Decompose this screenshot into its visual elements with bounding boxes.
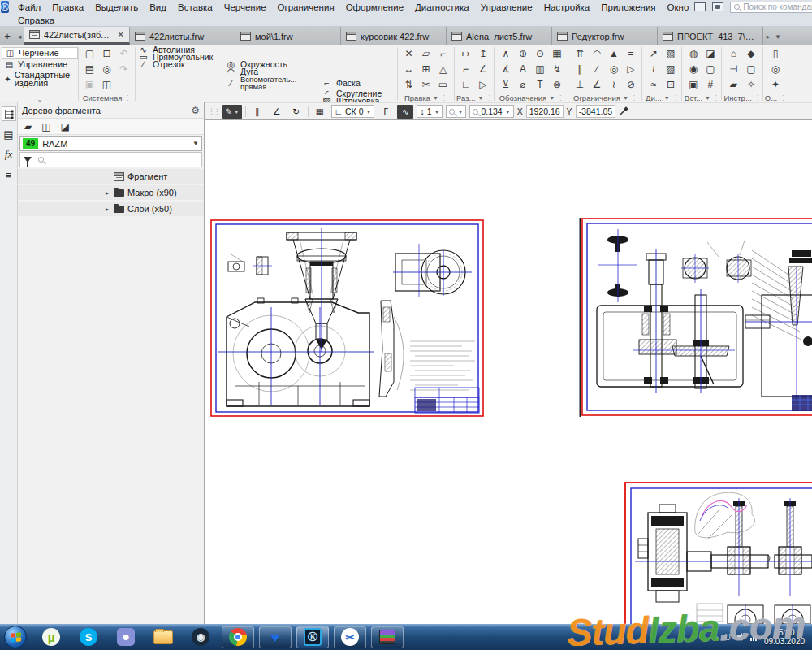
section-caret-icon[interactable]: ▼ [664, 95, 670, 101]
tool-icon[interactable]: ✂ [417, 77, 434, 91]
menu-diagnostics[interactable]: Диагностика [409, 2, 475, 13]
snap-settings-button[interactable]: ✎▼ [222, 105, 242, 119]
tray-language-indicator[interactable]: U [725, 633, 731, 642]
tool-icon[interactable]: A [514, 62, 531, 76]
menu-select[interactable]: Выделить [89, 2, 144, 13]
new-tab-button[interactable]: + [0, 27, 15, 46]
section-caret-icon[interactable]: ▼ [549, 95, 555, 101]
new-window-icon[interactable] [694, 2, 706, 11]
taskbar-winrar[interactable] [371, 626, 404, 648]
zoom-factor-combo[interactable]: 0.134▼ [469, 105, 513, 118]
tree-search-icon[interactable] [38, 157, 44, 162]
snaps-toggle-button[interactable]: ∿ [397, 105, 413, 119]
tool-icon[interactable]: ◍ [685, 47, 702, 61]
taskbar-kompas-active[interactable]: Ⓚ [296, 626, 329, 648]
image-tool-icon[interactable]: ◪ [61, 121, 70, 132]
tool-icon[interactable]: ▷ [622, 62, 639, 76]
command-search-input[interactable]: Поиск по командам (Alt+/) [730, 2, 812, 13]
parameters-panel-icon[interactable]: ▤ [2, 127, 16, 141]
tool-icon[interactable]: ⌐ [434, 47, 451, 61]
tool-icon[interactable]: ↗ [645, 47, 662, 61]
tool-icon[interactable]: = [622, 47, 639, 61]
tool-icon[interactable]: # [702, 77, 719, 91]
y-coordinate-field[interactable]: -3841.05 [576, 105, 615, 118]
section-grip-icon[interactable]: ⋮ [780, 94, 786, 102]
menu-edit[interactable]: Правка [46, 2, 89, 13]
tool-icon[interactable]: ⊥ [571, 77, 588, 91]
scale-combo[interactable]: ↕1▼ [417, 105, 443, 118]
tool-icon[interactable]: ✦ [767, 77, 784, 91]
tool-icon[interactable]: ∡ [497, 62, 514, 76]
rounding-button[interactable]: ↻ [288, 105, 304, 119]
tab-proekt-413-7[interactable]: ПРОЕКТ_413_7\1.frw [658, 27, 763, 46]
tab-kursovik-422[interactable]: курсовик 422.frw [341, 27, 447, 46]
tool-icon[interactable]: ⊙ [531, 47, 548, 61]
taskbar-discord[interactable]: ☻ [110, 626, 142, 648]
tool-icon[interactable]: ∧ [497, 47, 514, 61]
menu-drawing[interactable]: Черчение [218, 2, 272, 13]
variables-panel-icon[interactable]: fx [2, 147, 16, 162]
tab-close-icon[interactable]: ✕ [116, 30, 124, 39]
tool-icon[interactable]: ◫ [98, 77, 115, 91]
tree-panel-icon[interactable] [2, 106, 16, 121]
section-grip-icon[interactable]: ⋮ [557, 94, 564, 102]
expand-arrow-icon[interactable]: ▸ [104, 189, 110, 197]
start-button[interactable] [4, 626, 27, 648]
section-grip-icon[interactable]: ⋮ [441, 94, 447, 102]
tool-icon[interactable]: ↔ [400, 62, 417, 76]
x-coordinate-field[interactable]: 1920.16 [526, 105, 564, 118]
tool-icon[interactable]: ◎ [98, 62, 115, 76]
drawing-canvas[interactable] [205, 120, 812, 624]
mode-drawing[interactable]: ◫Черчение [2, 47, 78, 59]
tool-icon[interactable]: ↷ [115, 62, 132, 76]
tool-icon[interactable]: ▨ [662, 62, 679, 76]
menu-window[interactable]: Окно [662, 2, 695, 13]
tool-icon[interactable]: ↥ [474, 47, 491, 61]
tool-icon[interactable]: △ [434, 62, 451, 76]
tool-icon[interactable]: ▦ [548, 47, 565, 61]
tool-icon[interactable]: ▰ [725, 77, 742, 91]
menu-applications[interactable]: Приложения [595, 2, 661, 13]
tool-icon[interactable]: ⊕ [514, 47, 531, 61]
taskbar-chrome[interactable] [222, 626, 254, 648]
tray-network-icon[interactable] [750, 633, 758, 641]
menu-help[interactable]: Справка [12, 15, 60, 26]
tool-icon[interactable]: ⊗ [548, 77, 565, 91]
tool-icon[interactable]: ⌐ [457, 62, 474, 76]
menu-view[interactable]: Вид [144, 2, 172, 13]
menu-file[interactable]: Файл [12, 2, 46, 13]
tool-icon[interactable]: ◪ [702, 47, 719, 61]
layers-menu-icon[interactable]: ≡ [2, 167, 16, 182]
tool-icon[interactable]: ◆ [742, 47, 759, 61]
scroll-tabs-right-button[interactable]: ▸ [763, 27, 773, 46]
tool-icon[interactable]: ⇅ [400, 77, 417, 91]
modes-collapse-chevron-icon[interactable]: ⌄ [2, 96, 78, 102]
taskbar-skype[interactable]: S [72, 626, 105, 648]
taskbar-utorrent[interactable]: µ [35, 626, 67, 648]
tool-icon[interactable]: ◎ [767, 62, 784, 76]
section-grip-icon[interactable]: ⋮ [754, 94, 761, 102]
tool-segment[interactable]: ∕Отрезок [137, 61, 225, 68]
mode-management[interactable]: ▤Управление [2, 59, 78, 70]
tool-icon[interactable]: ≀ [645, 62, 662, 76]
tool-icon[interactable]: ⌀ [514, 77, 531, 91]
mode-standard-parts[interactable]: ✦Стандартные изделия [2, 70, 78, 88]
tool-icon[interactable]: ▱ [417, 47, 434, 61]
section-caret-icon[interactable]: ▼ [433, 95, 438, 101]
tool-icon[interactable]: ∠ [474, 62, 491, 76]
tool-icon[interactable]: ▢ [81, 47, 98, 61]
tool-circle[interactable]: ◎Окружность [225, 61, 321, 68]
taskbar-snipping-tool[interactable]: ✂ [334, 626, 366, 648]
tool-icon[interactable]: ⊘ [622, 77, 639, 91]
tool-icon[interactable]: ∥ [571, 62, 588, 76]
parambar-grip-icon[interactable]: ⋮⋮ [208, 107, 219, 115]
tree-item-macro[interactable]: ▸ Макро (x90) [18, 185, 204, 200]
section-grip-icon[interactable]: ⋮ [672, 94, 679, 102]
filter-icon[interactable] [24, 157, 32, 162]
screen-capture-icon[interactable] [712, 2, 723, 11]
section-caret-icon[interactable]: ▼ [623, 95, 628, 101]
tool-icon[interactable]: ⊻ [497, 77, 514, 91]
tab-422listy-zyablikov[interactable]: 422листы(зябликов)... ✕ [24, 27, 130, 46]
tool-icon[interactable]: ↦ [457, 47, 474, 61]
tab-moy-1[interactable]: мой\1.frw [235, 27, 341, 46]
